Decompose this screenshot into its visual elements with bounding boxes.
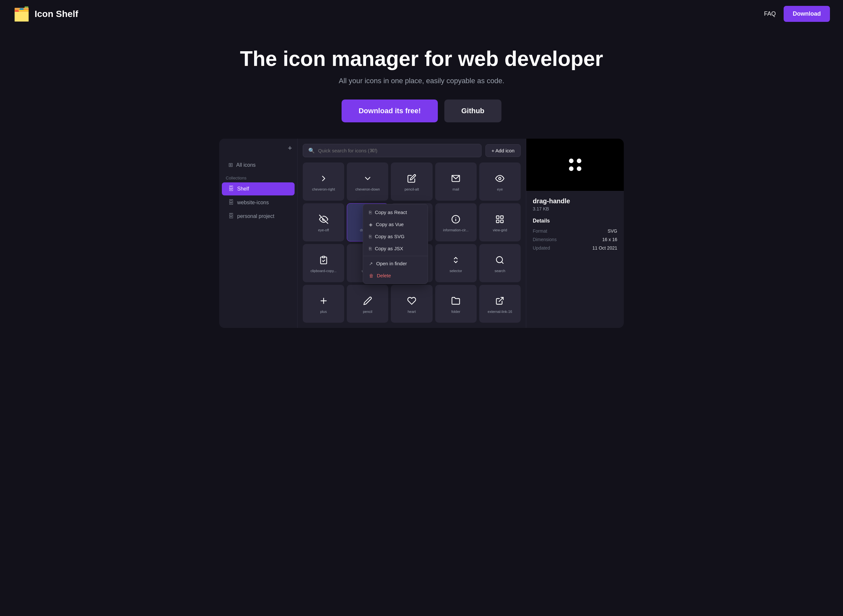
icon-label-external-link-16: external-link-16 xyxy=(488,309,512,314)
icon-label-eye: eye xyxy=(497,187,503,191)
preview-dots xyxy=(569,158,581,171)
format-value: SVG xyxy=(607,228,617,233)
logo-icon: 🗂️ xyxy=(13,6,30,22)
all-icons-icon: ⊞ xyxy=(228,161,233,169)
sidebar-item-website-icons[interactable]: 🗄 website-icons xyxy=(222,196,295,209)
icon-symbol-search xyxy=(495,255,504,266)
updated-label: Updated xyxy=(533,245,550,251)
dimensions-value: 16 x 16 xyxy=(602,237,617,242)
context-menu-label-copy-jsx: Copy as JSX xyxy=(375,246,403,251)
icon-cell-information-circle[interactable]: information-cir... xyxy=(435,203,476,242)
hero-subtitle: All your icons in one place, easily copy… xyxy=(7,77,837,85)
icon-label-search: search xyxy=(494,269,505,273)
svg-point-1 xyxy=(499,177,501,180)
icon-cell-pencil[interactable]: pencil xyxy=(347,285,388,323)
website-icons-icon: 🗄 xyxy=(228,199,234,206)
context-menu-icon-copy-svg: ⎘ xyxy=(369,234,372,239)
cta-secondary-button[interactable]: Github xyxy=(444,100,501,122)
dot-1 xyxy=(569,158,573,163)
icon-label-information-circle: information-cir... xyxy=(443,228,468,232)
icon-symbol-plus xyxy=(319,296,328,307)
icon-symbol-chevron-down xyxy=(363,174,372,185)
dot-2 xyxy=(577,158,581,163)
svg-line-22 xyxy=(499,297,503,301)
sidebar-item-personal-project[interactable]: 🗄 personal project xyxy=(222,210,295,223)
context-menu-divider xyxy=(363,256,428,256)
icon-label-pencil: pencil xyxy=(363,309,372,314)
sidebar-add-area: + xyxy=(219,144,297,158)
icon-symbol-pencil-alt xyxy=(407,174,416,185)
icon-label-heart: heart xyxy=(408,309,416,314)
context-menu-item-open-finder[interactable]: ↗ Open in finder xyxy=(363,257,428,270)
icon-label-view-grid: view-grid xyxy=(493,228,507,232)
context-menu-item-copy-react[interactable]: ⎘ Copy as React xyxy=(363,206,428,218)
collections-label: Collections xyxy=(219,172,297,182)
logo-area: 🗂️ Icon Shelf xyxy=(13,6,78,22)
sidebar-personal-project-label: personal project xyxy=(237,213,274,219)
icon-label-pencil-alt: pencil-alt xyxy=(405,187,419,191)
context-menu-label-copy-react: Copy as React xyxy=(375,210,407,215)
toolbar: 🔍 + Add icon xyxy=(303,144,520,157)
format-row: Format SVG xyxy=(533,228,617,233)
svg-rect-16 xyxy=(322,256,325,258)
sidebar-shelf-label: Shelf xyxy=(237,186,249,192)
icon-cell-eye[interactable]: eye xyxy=(479,163,520,201)
detail-icon-size: 3.17 KB xyxy=(533,206,617,211)
app-window: + ⊞ All icons Collections 🗄 Shelf 🗄 webs… xyxy=(219,139,624,328)
search-input[interactable] xyxy=(318,148,476,153)
icon-label-chevron-down: cheveron-down xyxy=(355,187,380,191)
sidebar-add-button[interactable]: + xyxy=(288,144,292,153)
context-menu-item-copy-jsx[interactable]: ⎘ Copy as JSX xyxy=(363,242,428,254)
icon-symbol-view-grid xyxy=(495,215,504,226)
icon-cell-chevron-right[interactable]: cheveron-right xyxy=(303,163,344,201)
sidebar-item-shelf[interactable]: 🗄 Shelf xyxy=(222,182,295,195)
icon-symbol-eye-off xyxy=(319,215,328,226)
icon-symbol-heart xyxy=(407,296,416,307)
icon-cell-selector[interactable]: selector xyxy=(435,244,476,282)
icon-cell-external-link-16[interactable]: external-link-16 xyxy=(479,285,520,323)
icon-label-eye-off: eye-off xyxy=(318,228,329,232)
add-icon-button[interactable]: + Add icon xyxy=(485,144,520,157)
cta-primary-button[interactable]: Download its free! xyxy=(342,100,438,122)
details-section-title: Details xyxy=(533,218,617,224)
icon-cell-view-grid[interactable]: view-grid xyxy=(479,203,520,242)
icon-label-mail: mail xyxy=(453,187,459,191)
svg-rect-14 xyxy=(497,220,499,223)
dot-4 xyxy=(577,166,581,171)
icon-cell-pencil-alt[interactable]: pencil-alt xyxy=(391,163,432,201)
main-content: 🔍 + Add icon cheveron-right cheveron-dow… xyxy=(298,139,526,328)
icon-cell-plus[interactable]: plus xyxy=(303,285,344,323)
dot-3 xyxy=(569,166,573,171)
context-menu-label-copy-svg: Copy as SVG xyxy=(375,233,405,239)
icon-symbol-mail xyxy=(451,174,460,185)
sidebar-all-icons-label: All icons xyxy=(236,162,256,168)
icon-cell-clipboard-copy[interactable]: clipboard-copy... xyxy=(303,244,344,282)
icon-symbol-information-circle xyxy=(451,215,460,226)
hero-title: The icon manager for web developer xyxy=(7,47,837,70)
svg-rect-15 xyxy=(501,220,503,223)
faq-link[interactable]: FAQ xyxy=(764,10,776,17)
context-menu-item-copy-vue[interactable]: ◈ Copy as Vue xyxy=(363,218,428,230)
icon-symbol-folder xyxy=(451,296,460,307)
icon-cell-heart[interactable]: heart xyxy=(391,285,432,323)
sidebar-item-all-icons[interactable]: ⊞ All icons xyxy=(222,158,295,172)
context-menu-item-delete[interactable]: 🗑 Delete xyxy=(363,270,428,282)
icon-label-plus: plus xyxy=(320,309,327,314)
context-menu-icon-delete: 🗑 xyxy=(369,273,374,278)
icon-symbol-clipboard-copy xyxy=(319,255,328,266)
icon-symbol-external-link-16 xyxy=(495,296,504,307)
icon-cell-folder[interactable]: folder xyxy=(435,285,476,323)
download-button-header[interactable]: Download xyxy=(784,6,830,22)
search-icon: 🔍 xyxy=(308,148,315,154)
icon-cell-chevron-down[interactable]: cheveron-down xyxy=(347,163,388,201)
context-menu-label-copy-vue: Copy as Vue xyxy=(376,221,403,227)
app-header: 🗂️ Icon Shelf FAQ Download xyxy=(0,0,843,28)
context-menu-item-copy-svg[interactable]: ⎘ Copy as SVG xyxy=(363,230,428,242)
icon-cell-search[interactable]: search xyxy=(479,244,520,282)
icon-cell-eye-off[interactable]: eye-off xyxy=(303,203,344,242)
svg-rect-13 xyxy=(501,216,503,219)
detail-info: drag-handle 3.17 KB Details Format SVG D… xyxy=(526,191,624,260)
sidebar-website-icons-label: website-icons xyxy=(237,200,269,205)
context-menu-label-delete: Delete xyxy=(377,273,391,278)
icon-cell-mail[interactable]: mail xyxy=(435,163,476,201)
